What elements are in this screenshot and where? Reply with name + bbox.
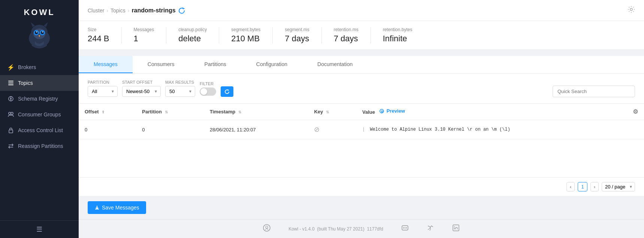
sidebar-item-access-control-list[interactable]: Access Control List <box>0 122 79 138</box>
tab-consumers[interactable]: Consumers <box>133 56 190 73</box>
svg-point-20 <box>11 112 13 114</box>
stat-retention-ms: retention.ms 7 days <box>334 27 371 44</box>
key-sort-icon: ⇅ <box>326 110 329 114</box>
topics-icon <box>7 80 14 86</box>
timestamp-sort-icon: ⇅ <box>238 110 241 114</box>
partition-select[interactable]: All 0 1 <box>88 86 118 97</box>
footer-version: Kowl - v1.4.0 <box>288 226 314 232</box>
cell-key: ⊘ <box>308 120 356 139</box>
filter-bar: PARTITION All 0 1 ▼ START OFFSET Newest-… <box>79 74 644 104</box>
cell-offset: 0 <box>79 120 136 139</box>
stat-retention-bytes-label: retention.bytes <box>383 27 412 32</box>
quick-search-input[interactable] <box>553 86 635 97</box>
settings-icon[interactable] <box>628 6 635 15</box>
tab-messages[interactable]: Messages <box>79 56 133 73</box>
footer-version-text: Kowl - v1.4.0 (built Thu May 27 2021) 11… <box>288 226 383 232</box>
refresh-small-icon <box>224 89 230 94</box>
next-page-button[interactable]: › <box>590 182 599 191</box>
breadcrumb-topics[interactable]: Topics <box>111 8 126 14</box>
sidebar-item-topics[interactable]: Topics <box>0 75 79 91</box>
start-offset-select[interactable]: Newest-50 Oldest 0 <box>122 86 161 97</box>
refresh-button[interactable] <box>178 7 185 14</box>
content-area: Messages Consumers Partitions Configurat… <box>79 50 644 219</box>
tab-configuration[interactable]: Configuration <box>241 56 302 73</box>
svg-point-26 <box>266 226 268 228</box>
messages-table-container: Offset ⬆ Partition ⇅ Timestamp ⇅ Key <box>79 104 644 177</box>
partition-filter-label: PARTITION <box>88 80 118 84</box>
sidebar-item-schema-registry-label: Schema Registry <box>18 96 58 102</box>
sidebar-item-reassign-partitions[interactable]: Reassign Partitions <box>0 138 79 154</box>
page-size-wrapper: 10 / page 20 / page 50 / page ▼ <box>602 182 635 191</box>
stat-size: Size 244 B <box>88 27 122 44</box>
key-empty-icon: ⊘ <box>314 126 320 133</box>
footer-build: (built Thu May 27 2021) <box>317 226 365 232</box>
partition-select-wrapper: All 0 1 ▼ <box>88 86 118 97</box>
sidebar-item-acl-label: Access Control List <box>18 127 63 133</box>
filter-toggle[interactable] <box>200 87 216 96</box>
svg-point-19 <box>9 112 11 114</box>
sidebar-bottom: ☰ <box>0 220 79 238</box>
sidebar-item-consumer-groups[interactable]: Consumer Groups <box>0 107 79 122</box>
gear-icon-header <box>628 6 635 13</box>
breadcrumb-cluster[interactable]: Cluster <box>88 8 104 14</box>
stat-retention-bytes-value: Infinite <box>383 34 412 44</box>
sidebar-logo: KOWL <box>0 0 79 56</box>
stat-retention-ms-value: 7 days <box>334 34 359 44</box>
max-results-filter-label: MAX RESULTS <box>165 80 195 84</box>
svg-rect-13 <box>8 83 13 83</box>
preview-button[interactable]: ⚙ Preview <box>379 108 405 114</box>
filter-toggle-wrapper: FILTER <box>200 81 216 96</box>
filter-toggle-label: FILTER <box>200 81 216 86</box>
max-results-filter-group: MAX RESULTS 10 20 50 100 ▼ <box>165 80 195 97</box>
stat-retention-bytes: retention.bytes Infinite <box>383 27 424 44</box>
footer: Kowl - v1.4.0 (built Thu May 27 2021) 11… <box>79 219 644 238</box>
sidebar-item-brokers[interactable]: ⚡ Brokers <box>0 59 79 75</box>
cell-partition: 0 <box>136 120 204 139</box>
svg-point-30 <box>454 226 455 227</box>
sidebar-item-schema-registry[interactable]: Schema Registry <box>0 91 79 107</box>
stat-segment-ms-value: 7 days <box>285 34 309 44</box>
header: Cluster › Topics › random-strings <box>79 0 644 21</box>
col-header-value-label: Value <box>362 109 375 115</box>
stat-retention-ms-label: retention.ms <box>334 27 359 32</box>
sidebar-item-topics-label: Topics <box>18 80 33 86</box>
preview-label: Preview <box>387 108 405 114</box>
tab-documentation[interactable]: Documentation <box>302 56 368 73</box>
partition-sort-icon: ⇅ <box>165 110 168 114</box>
github-icon[interactable] <box>263 224 270 233</box>
discord-icon[interactable] <box>401 224 409 233</box>
offset-sort-icon: ⬆ <box>102 110 105 114</box>
apply-filters-button[interactable] <box>221 86 233 97</box>
svg-rect-21 <box>9 130 13 133</box>
page-size-select[interactable]: 10 / page 20 / page 50 / page <box>602 182 635 191</box>
save-messages-label: Save Messages <box>102 205 139 211</box>
svg-rect-12 <box>8 81 13 81</box>
sidebar-nav: ⚡ Brokers Topics Schema Registry Consume… <box>0 56 79 220</box>
table-header-row: Offset ⬆ Partition ⇅ Timestamp ⇅ Key <box>79 104 644 120</box>
linkedin-icon[interactable] <box>452 224 460 233</box>
stat-messages-value: 1 <box>134 34 154 44</box>
logo-text: KOWL <box>24 8 55 17</box>
breadcrumb-sep-1: › <box>106 8 108 14</box>
table-settings-icon[interactable]: ⚙ <box>633 108 638 115</box>
schema-registry-icon <box>7 95 14 102</box>
tab-partitions[interactable]: Partitions <box>189 56 241 73</box>
svg-marker-3 <box>44 22 48 27</box>
svg-marker-2 <box>31 22 35 27</box>
prev-page-button[interactable]: ‹ <box>566 182 575 191</box>
max-results-select[interactable]: 10 20 50 100 <box>165 86 195 97</box>
start-offset-select-wrapper: Newest-50 Oldest 0 ▼ <box>122 86 161 97</box>
save-messages-button[interactable]: Save Messages <box>88 201 146 214</box>
col-header-key: Key ⇅ <box>308 104 356 120</box>
access-control-list-icon <box>7 127 14 134</box>
current-page-button[interactable]: 1 <box>578 182 587 191</box>
twitter-icon[interactable] <box>427 224 434 233</box>
bottom-actions: Save Messages <box>79 196 644 219</box>
col-header-offset: Offset ⬆ <box>79 104 136 120</box>
col-header-value: Value ⚙ Preview ⚙ <box>356 104 644 120</box>
cell-timestamp: 28/06/2021, 11:20:07 <box>204 120 308 139</box>
reassign-partitions-icon <box>7 143 14 149</box>
menu-icon[interactable]: ☰ <box>6 225 73 233</box>
col-header-key-label: Key <box>314 109 323 114</box>
stat-cleanup-policy-label: cleanup.policy <box>178 27 207 32</box>
